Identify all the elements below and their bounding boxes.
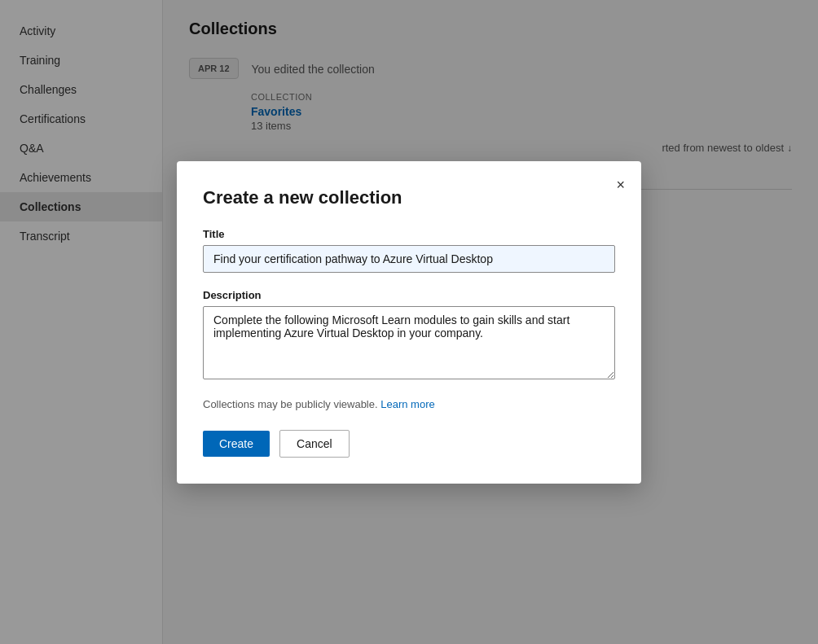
modal-close-button[interactable]: × <box>613 174 628 195</box>
title-input[interactable] <box>203 245 615 273</box>
modal-title: Create a new collection <box>203 187 615 208</box>
title-form-group: Title <box>203 228 615 273</box>
learn-more-link[interactable]: Learn more <box>380 398 434 410</box>
create-button[interactable]: Create <box>203 431 270 457</box>
modal-overlay: × Create a new collection Title Descript… <box>0 0 818 644</box>
modal: × Create a new collection Title Descript… <box>177 161 641 484</box>
description-form-group: Description Complete the following Micro… <box>203 289 615 382</box>
privacy-notice: Collections may be publicly viewable. Le… <box>203 398 615 410</box>
description-label: Description <box>203 289 615 301</box>
privacy-text: Collections may be publicly viewable. <box>203 398 378 410</box>
modal-actions: Create Cancel <box>203 430 615 458</box>
cancel-button[interactable]: Cancel <box>279 430 350 458</box>
description-textarea[interactable]: Complete the following Microsoft Learn m… <box>203 306 615 379</box>
title-label: Title <box>203 228 615 240</box>
